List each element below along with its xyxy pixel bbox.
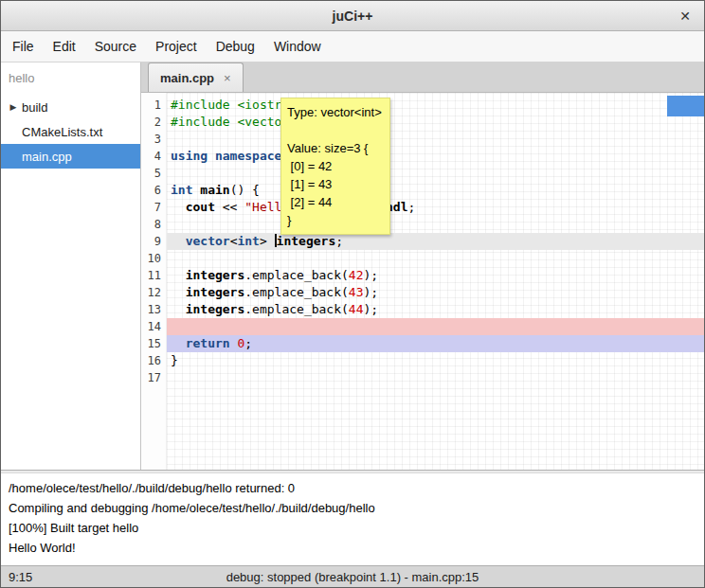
line-number[interactable]: 9 [141, 233, 166, 250]
tabbar: main.cpp × [141, 62, 704, 93]
code-line-3[interactable] [167, 131, 704, 148]
line-number[interactable]: 5 [141, 165, 166, 182]
expander-triangle-icon[interactable]: ▶ [7, 102, 20, 112]
line-number[interactable]: 10 [141, 250, 166, 267]
tooltip-line: [0] = 42 [287, 157, 384, 175]
menu-file[interactable]: File [3, 31, 44, 62]
code-line-17[interactable] [167, 369, 704, 386]
code-token: 43 [349, 285, 364, 299]
code-token: return [186, 336, 230, 350]
code-token: #include [171, 98, 237, 112]
code-line-14[interactable] [167, 318, 704, 335]
code-token: integers [186, 268, 245, 282]
code-token: integers [186, 302, 245, 316]
code-line-5[interactable] [167, 165, 704, 182]
code-line-12[interactable]: integers.emplace_back(43); [167, 284, 704, 301]
line-number[interactable]: 2 [141, 114, 166, 131]
line-number[interactable]: 8 [141, 216, 166, 233]
code-token: integers [186, 285, 245, 299]
line-number[interactable]: 15 [141, 335, 166, 352]
tab-close-icon[interactable]: × [224, 71, 231, 85]
code-line-1[interactable]: #include <iostream> [167, 97, 704, 114]
code-line-11[interactable]: integers.emplace_back(42); [167, 267, 704, 284]
tooltip-line: [2] = 44 [287, 193, 384, 211]
code-token: #include [171, 115, 237, 129]
menu-source[interactable]: Source [85, 31, 146, 62]
terminal-line: [100%] Built target hello [9, 518, 696, 538]
main-area: hello ▶ build CMakeLists.txt main.cpp ma… [1, 62, 704, 470]
tree-item-label: CMakeLists.txt [22, 125, 102, 139]
menu-edit[interactable]: Edit [44, 31, 85, 62]
scrollbar-thumb[interactable] [667, 96, 704, 116]
menubar: File Edit Source Project Debug Window [1, 31, 704, 62]
debug-status: debug: stopped (breakpoint 1.1) - main.c… [1, 570, 704, 584]
code-line-2[interactable]: #include <vector> [167, 114, 704, 131]
code-line-8[interactable] [167, 216, 704, 233]
window-title: juCi++ [333, 9, 373, 24]
cursor-position: 9:15 [1, 570, 32, 584]
terminal-line: /home/olece/test/hello/./build/debug/hel… [9, 478, 696, 498]
tooltip-line: Value: size=3 { [287, 139, 384, 157]
line-number[interactable]: 13 [141, 301, 166, 318]
line-number[interactable]: 7 [141, 199, 166, 216]
code-token: main [200, 183, 229, 197]
close-icon[interactable]: ✕ [679, 1, 691, 30]
gutter: 1234567891011121314151617 [141, 93, 167, 470]
tab-label: main.cpp [160, 71, 214, 85]
code-token: using namespace [171, 149, 281, 163]
tree-item-label: main.cpp [22, 150, 72, 164]
line-number[interactable]: 6 [141, 182, 166, 199]
line-number[interactable]: 3 [141, 131, 166, 148]
app-window: juCi++ ✕ File Edit Source Project Debug … [0, 0, 705, 588]
titlebar: juCi++ ✕ [1, 1, 704, 31]
menu-debug[interactable]: Debug [207, 31, 264, 62]
code-line-10[interactable] [167, 250, 704, 267]
terminal-line: Hello World! [9, 538, 696, 558]
debug-value-tooltip: Type: vector<int> Value: size=3 { [0] = … [280, 98, 390, 235]
tree-item-main-cpp[interactable]: main.cpp [1, 144, 140, 169]
code-line-4[interactable]: using namespace std; [167, 148, 704, 165]
tooltip-line: Type: vector<int> [287, 103, 384, 121]
terminal-line: Compiling and debugging /home/olece/test… [9, 498, 696, 518]
code-line-9[interactable]: vector<int> integers; [167, 233, 704, 250]
line-number[interactable]: 16 [141, 352, 166, 369]
line-number[interactable]: 11 [141, 267, 166, 284]
line-number[interactable]: 14 [141, 318, 166, 335]
code-area[interactable]: #include <iostream>#include <vector>usin… [167, 93, 704, 470]
line-number[interactable]: 17 [141, 369, 166, 386]
code-token: int [237, 234, 259, 248]
code-token: cout [186, 200, 215, 214]
code-token: 44 [349, 302, 364, 316]
tree-item-build[interactable]: ▶ build [1, 95, 140, 119]
project-name: hello [1, 62, 140, 95]
code-editor[interactable]: 1234567891011121314151617 #include <iost… [141, 93, 704, 470]
code-line-16[interactable]: } [167, 352, 704, 369]
code-line-6[interactable]: int main() { [167, 182, 704, 199]
tree-item-label: build [22, 100, 47, 115]
line-number[interactable]: 4 [141, 148, 166, 165]
code-token: 42 [349, 268, 364, 282]
code-line-7[interactable]: cout << "Hello World!" << endl; [167, 199, 704, 216]
file-tree-sidebar: hello ▶ build CMakeLists.txt main.cpp [1, 62, 141, 470]
line-number[interactable]: 1 [141, 97, 166, 114]
editor-pane: main.cpp × 1234567891011121314151617 #in… [141, 62, 704, 470]
tooltip-line [287, 121, 384, 139]
tree-item-cmakelists[interactable]: CMakeLists.txt [1, 119, 140, 144]
tab-main-cpp[interactable]: main.cpp × [148, 62, 244, 92]
code-token: vector [186, 234, 230, 248]
line-number[interactable]: 12 [141, 284, 166, 301]
code-line-13[interactable]: integers.emplace_back(44); [167, 301, 704, 318]
menu-window[interactable]: Window [264, 31, 331, 62]
statusbar: 9:15 debug: stopped (breakpoint 1.1) - m… [1, 565, 704, 587]
code-line-15[interactable]: return 0; [167, 335, 704, 352]
tooltip-line: } [287, 211, 384, 229]
code-token: integers [277, 234, 336, 248]
code-token: int [171, 183, 192, 197]
tooltip-line: [1] = 43 [287, 175, 384, 193]
terminal-output: /home/olece/test/hello/./build/debug/hel… [1, 473, 704, 565]
menu-project[interactable]: Project [146, 31, 207, 62]
